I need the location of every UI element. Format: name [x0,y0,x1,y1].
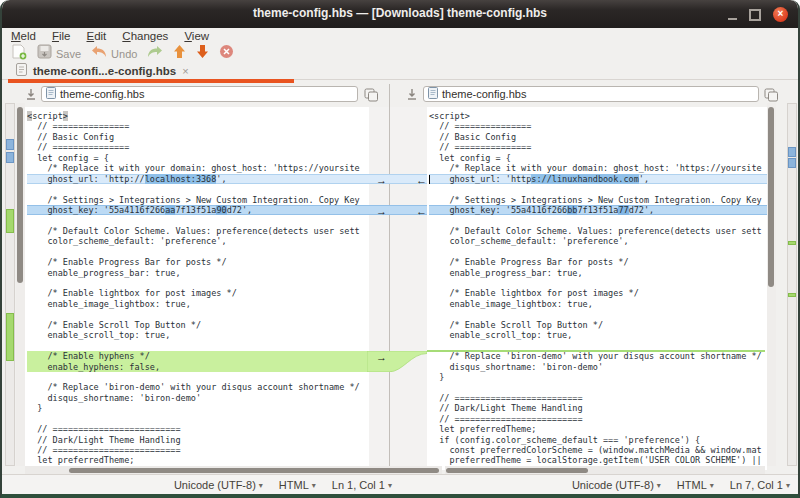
code-line [429,382,767,392]
code-line: ghost_url: 'https://linuxhandbook.com', [429,174,767,184]
file-icon [16,62,27,80]
right-code-editor[interactable]: <script> // =============== // Basic Con… [427,107,767,470]
code-line: color_scheme_default: 'preference', [27,236,369,246]
tab-theme-config[interactable]: theme-confi...e-config.hbs × [16,63,294,79]
code-line [429,184,767,194]
left-vertical-scrollbar[interactable] [16,103,25,466]
left-horizontal-scrollbar[interactable] [25,466,442,474]
changed-chunk-mark [788,147,796,157]
code-line: ghost_url: 'http://localhost:3368', [27,174,369,184]
code-line: const preferredColorScheme = (window.mat… [429,445,767,455]
window-title: theme-config.hbs — [Downloads] theme-con… [2,6,798,20]
code-line: if (config.color_scheme_default === 'pre… [429,435,767,445]
code-line: ghost_key: '55a4116f266bb7f13f51a77d72', [429,205,767,215]
save-label: Save [56,48,81,60]
maximize-button[interactable] [749,9,761,21]
code-line: /* Enable Scroll Top Button */ [27,320,369,330]
menu-item-file[interactable]: File [52,30,71,42]
inserted-chunk-mark [788,293,796,297]
right-filename-entry[interactable]: theme-config.hbs [423,86,759,102]
code-line: // =============== [27,142,369,152]
code-line: /* Replace 'biron-demo' with your disqus… [429,351,767,361]
code-line: /* Enable lightbox for post images */ [429,288,767,298]
document-icon [428,87,438,101]
right-cursor-position[interactable]: Ln 7, Col 1▾ [730,479,790,491]
pull-change-left-button[interactable]: ← [416,206,427,216]
code-line [429,247,767,257]
menu-item-changes[interactable]: Changes [122,30,168,42]
new-file-icon [12,44,27,64]
tab-close-icon[interactable]: × [182,65,188,77]
code-line: // =============== [429,121,767,131]
push-change-right-button[interactable]: → [376,352,387,362]
left-encoding-selector[interactable]: Unicode (UTF-8)▾ [174,479,263,491]
next-change-button[interactable] [196,44,209,63]
code-line: } [27,403,369,413]
push-change-right-button[interactable]: → [376,175,387,185]
titlebar[interactable]: theme-config.hbs — [Downloads] theme-con… [2,0,798,28]
right-horizontal-scrollbar-thumb[interactable] [446,468,588,473]
chevron-down-icon: ▾ [710,481,714,490]
code-line: // Basic Config [27,132,369,142]
code-line [27,414,369,424]
pull-change-left-button[interactable]: ← [416,175,427,185]
code-line: let preferredTheme; [27,455,369,465]
menu-item-meld[interactable]: Meld [11,30,36,42]
left-code-editor[interactable]: <script> // =============== // Basic Con… [25,107,369,470]
new-comparison-button[interactable] [12,44,27,64]
left-filename-entry[interactable]: theme-config.hbs [41,86,358,102]
left-file-select-button[interactable] [25,88,37,106]
text-cursor [429,175,430,184]
menu-item-edit[interactable]: Edit [87,30,107,42]
code-line [27,309,369,319]
code-line: /* Enable Progress Bar for posts */ [429,257,767,267]
stop-button[interactable] [219,44,234,63]
menubar: MeldFileEditChangesView [2,28,798,43]
merge-gutter: ←→←→ → [367,111,427,466]
changed-chunk-mark [6,152,14,163]
close-button[interactable]: × [773,7,788,22]
save-button[interactable]: Save [37,44,81,63]
left-copy-button[interactable] [364,88,379,106]
menu-item-view[interactable]: View [184,30,209,42]
right-vertical-scrollbar-thumb[interactable] [768,107,774,287]
previous-change-button[interactable] [173,44,186,63]
left-syntax-selector[interactable]: HTML▾ [279,479,316,491]
undo-button[interactable]: Undo [91,45,137,63]
code-line: enable_image_lightbox: true, [27,299,369,309]
stop-icon [219,44,234,63]
code-line: /* Default Color Scheme. Values: prefere… [27,226,369,236]
left-cursor-position[interactable]: Ln 1, Col 1▾ [332,479,392,491]
code-line: // ========================= [429,393,767,403]
right-horizontal-scrollbar[interactable] [445,466,765,474]
code-line: preferredTheme = localStorage.getItem('U… [429,455,767,465]
code-line: color_scheme_default: 'preference', [429,236,767,246]
arrow-up-icon [173,44,186,63]
chevron-down-icon: ▾ [657,481,661,490]
right-syntax-selector[interactable]: HTML▾ [677,479,714,491]
right-chunk-map[interactable] [787,103,797,466]
code-line [27,278,369,288]
meld-window: theme-config.hbs — [Downloads] theme-con… [0,0,800,498]
left-chunk-map[interactable] [5,103,15,466]
redo-button[interactable] [147,45,163,63]
code-line: enable_hyphens: false, [27,362,369,372]
left-vertical-scrollbar-thumb[interactable] [17,107,23,283]
push-change-right-button[interactable]: → [376,206,387,216]
right-vertical-scrollbar[interactable] [767,103,776,466]
left-horizontal-scrollbar-thumb[interactable] [69,468,439,473]
minimize-button[interactable] [728,18,737,20]
left-filename: theme-config.hbs [60,88,144,100]
right-encoding-selector[interactable]: Unicode (UTF-8)▾ [572,479,661,491]
code-line [27,184,369,194]
chevron-down-icon: ▾ [312,481,316,490]
code-line: /* Enable lightbox for post images */ [27,288,369,298]
code-line: /* Replace it with your domain: ghost_ho… [27,163,369,173]
chevron-down-icon: ▾ [786,481,790,490]
inserted-chunk-mark [788,241,796,245]
toolbar: Save Undo [2,44,798,63]
code-line: /* Settings > Integrations > New Custom … [429,195,767,205]
code-line: /* Enable Scroll Top Button */ [429,320,767,330]
right-file-select-button[interactable] [406,88,418,106]
code-line: // =============== [27,121,369,131]
